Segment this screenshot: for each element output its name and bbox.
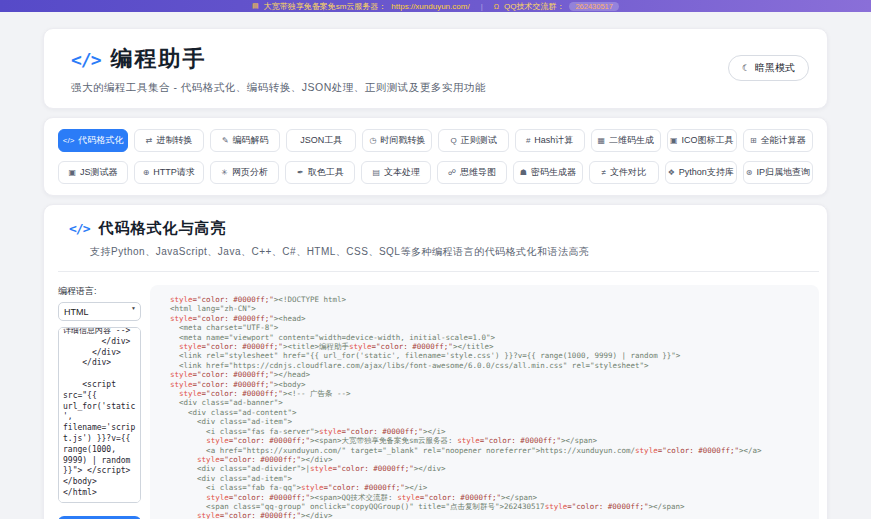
tab-text-process[interactable]: ▤文本处理: [361, 161, 431, 184]
code-line: <i class="fas fa-server">style="color: #…: [170, 427, 811, 436]
qq-group-badge[interactable]: 262430517: [569, 2, 619, 11]
code-line: style="color: #0000ff;"></div>: [170, 511, 811, 519]
tab-label: 文件对比: [610, 166, 646, 179]
eyedropper-icon: ✒: [297, 168, 304, 177]
tab-row-2: ▣JS测试器⊕HTTP请求✳网页分析✒取色工具▤文本处理☍思维导图☗密码生成器≠…: [58, 161, 813, 184]
tab-http-request[interactable]: ⊕HTTP请求: [134, 161, 204, 184]
tool-tabs: </>代码格式化⇄进制转换✎编码解码JSON工具◷时间戳转换Q正则测试#Hash…: [43, 117, 828, 196]
app-header: </> 编程助手 强大的编程工具集合 - 代码格式化、编码转换、JSON处理、正…: [43, 28, 828, 109]
announcement-bar: ▤ 大宽带独享免备案免sm云服务器： https://xunduyun.com/…: [0, 0, 871, 12]
code-line: style="color: #0000ff;"><head>: [170, 314, 811, 323]
chevron-down-icon: ▼: [131, 305, 136, 311]
code-line: style="color: #0000ff;"><title>编程助手style…: [170, 342, 811, 351]
shield-icon: ☗: [520, 168, 527, 177]
language-value: HTML: [64, 307, 89, 317]
language-label: 编程语言:: [58, 285, 141, 298]
tab-label: 进制转换: [156, 134, 192, 147]
tab-label: 二维码生成: [609, 134, 654, 147]
hash-icon: #: [526, 136, 530, 145]
code-line: style="color: #0000ff;"><span>QQ技术交流群: s…: [170, 493, 811, 502]
code-formatter-section: </> 代码格式化与高亮 支持Python、JavaScript、Java、C+…: [43, 204, 828, 519]
tab-timestamp-convert[interactable]: ◷时间戳转换: [362, 129, 432, 152]
tab-js-tester[interactable]: ▣JS测试器: [58, 161, 128, 184]
tab-web-analysis[interactable]: ✳网页分析: [210, 161, 280, 184]
tab-hash-calc[interactable]: #Hash计算: [515, 129, 585, 152]
formatter-controls: 编程语言: HTML ▼ 详细信息内容 --> </div> </div> </…: [58, 285, 141, 519]
announcement-server-text: 大宽带独享免备案免sm云服务器：: [264, 1, 387, 12]
tab-file-diff[interactable]: ≠文件对比: [589, 161, 659, 184]
tab-base-convert[interactable]: ⇄进制转换: [134, 129, 204, 152]
tab-label: 时间戳转换: [380, 134, 425, 147]
code-line: <div class="ad-divider">|style="color: #…: [170, 464, 811, 473]
code-line: <div class="ad-item">: [170, 474, 811, 483]
tab-json-tools[interactable]: JSON工具: [286, 129, 356, 152]
tab-label: Hash计算: [534, 134, 573, 147]
announcement-link[interactable]: https://xunduyun.com/: [391, 2, 469, 11]
code-line: style="color: #0000ff;"><!-- 广告条 -->: [170, 389, 811, 398]
tab-label: JSON工具: [300, 134, 342, 147]
tab-color-picker[interactable]: ✒取色工具: [285, 161, 355, 184]
code-line: <link href="https://cdnjs.cloudflare.com…: [170, 361, 811, 370]
tab-qrcode-gen[interactable]: ▦二维码生成: [591, 129, 661, 152]
code-line: <meta name="viewport" content="width=dev…: [170, 333, 811, 342]
file-icon: ▤: [372, 168, 380, 177]
page-title: 编程助手: [111, 44, 207, 74]
code-line: <meta charset="UTF-8">: [170, 323, 811, 332]
clock-icon: ◷: [369, 136, 376, 145]
code-line: <div class="ad-content">: [170, 408, 811, 417]
tab-encode-decode[interactable]: ✎编码解码: [210, 129, 280, 152]
section-title: 代码格式化与高亮: [98, 219, 226, 238]
tab-label: 全能计算器: [761, 134, 806, 147]
tab-label: ICO图标工具: [682, 134, 734, 147]
tab-regex-test[interactable]: Q正则测试: [438, 129, 508, 152]
key-icon: ✎: [222, 136, 229, 145]
tab-code-format[interactable]: </>代码格式化: [58, 129, 128, 152]
tab-label: 思维导图: [460, 166, 496, 179]
code-line: style="color: #0000ff;"></div>: [170, 455, 811, 464]
announcement-qq-text: QQ技术交流群：: [504, 1, 564, 12]
code-line: style="color: #0000ff;"><!DOCTYPE html>: [170, 295, 811, 304]
qrcode-icon: ▦: [597, 136, 605, 145]
code-line: <i class="fab fa-qq">style="color: #0000…: [170, 483, 811, 492]
language-select[interactable]: HTML ▼: [58, 302, 141, 321]
tab-label: JS测试器: [80, 166, 118, 179]
tab-password-gen[interactable]: ☗密码生成器: [513, 161, 583, 184]
code-icon: </>: [63, 136, 75, 145]
tab-label: Python支持库: [679, 166, 734, 179]
sitemap-icon: ☍: [448, 168, 456, 177]
globe-icon: ⊕: [143, 168, 150, 177]
js-icon: ▣: [68, 168, 76, 177]
code-line: <div class="ad-item">: [170, 417, 811, 426]
tab-ico-tools[interactable]: ▣ICO图标工具: [667, 129, 737, 152]
tab-label: 编码解码: [233, 134, 269, 147]
moon-icon: ☾: [742, 63, 750, 73]
tab-label: 取色工具: [308, 166, 344, 179]
tab-mindmap[interactable]: ☍思维导图: [437, 161, 507, 184]
spider-icon: ✳: [221, 168, 228, 177]
tab-label: 代码格式化: [78, 134, 123, 147]
dark-mode-label: 暗黑模式: [755, 61, 795, 75]
code-logo-icon: </>: [71, 49, 101, 70]
page-subtitle: 强大的编程工具集合 - 代码格式化、编码转换、JSON处理、正则测试及更多实用功…: [71, 81, 807, 95]
server-icon: ▤: [252, 2, 259, 10]
code-line: <div class="ad-banner">: [170, 398, 811, 407]
tab-python-libs[interactable]: ❖Python支持库: [665, 161, 737, 184]
search-icon: Q: [450, 136, 456, 145]
tab-ip-lookup[interactable]: ⊛IP归属地查询: [743, 161, 813, 184]
announcement-separator: |: [481, 2, 483, 11]
tab-label: 网页分析: [232, 166, 268, 179]
code-line: <a href="https://xunduyun.com/" target="…: [170, 446, 811, 455]
tab-label: 文本处理: [384, 166, 420, 179]
code-line: <link rel="stylesheet" href="{{ url_for(…: [170, 351, 811, 360]
exchange-icon: ⇄: [146, 136, 153, 145]
code-input[interactable]: 详细信息内容 --> </div> </div> </div> <script …: [58, 327, 141, 503]
code-line: <html lang="zh-CN">: [170, 304, 811, 313]
dark-mode-button[interactable]: ☾ 暗黑模式: [728, 55, 809, 81]
code-line: style="color: #0000ff;"><body>: [170, 380, 811, 389]
bell-icon: Ω: [494, 3, 499, 10]
code-output: style="color: #0000ff;"><!DOCTYPE html><…: [150, 285, 819, 519]
code-line: style="color: #0000ff;"><span>大宽带独享免备案免s…: [170, 436, 811, 445]
code-line: style="color: #0000ff;"></head>: [170, 370, 811, 379]
python-icon: ❖: [668, 168, 675, 177]
tab-calculator[interactable]: ⊞全能计算器: [743, 129, 813, 152]
